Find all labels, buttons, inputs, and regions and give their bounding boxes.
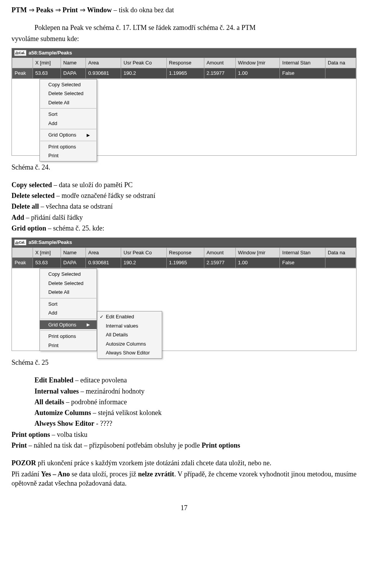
- submenu-autosize-columns[interactable]: Autosize Columns: [97, 339, 162, 349]
- cell: 2.15977: [204, 258, 235, 268]
- menu-copy-selected[interactable]: Copy Selected: [40, 270, 97, 279]
- menu-grid-options[interactable]: Grid Options▶: [40, 320, 97, 329]
- menu-delete-selected[interactable]: Delete Selected: [40, 279, 97, 288]
- col-area[interactable]: Area: [86, 247, 121, 258]
- menu-divider: [40, 108, 96, 109]
- context-menu: Copy Selected Delete Selected Delete All…: [39, 79, 97, 161]
- page-number: 17: [12, 503, 356, 512]
- menu-sort[interactable]: Sort: [40, 300, 97, 309]
- menu-delete-all[interactable]: Delete All: [40, 98, 97, 107]
- submenu-all-details[interactable]: All Details: [97, 330, 162, 339]
- menu-copy-selected[interactable]: Copy Selected: [40, 80, 97, 89]
- col-amount[interactable]: Amount: [204, 247, 235, 258]
- cell: Peak: [12, 258, 33, 268]
- col-internal[interactable]: Internal Stan: [280, 58, 325, 68]
- context-menu-area: Copy Selected Delete Selected Delete All…: [12, 268, 356, 351]
- col-xmin[interactable]: X [min]: [33, 58, 61, 68]
- col-window[interactable]: Window [mir: [235, 247, 280, 258]
- menu-divider: [40, 298, 96, 298]
- menu-divider: [40, 129, 96, 129]
- screenshot-24: Cal. a58:Sample/Peaks X [min] Name Area …: [12, 48, 356, 156]
- window-title: a58:Sample/Peaks: [29, 239, 72, 246]
- col-blank[interactable]: [12, 58, 33, 68]
- col-response[interactable]: Response: [166, 58, 204, 68]
- menu-divider: [40, 330, 96, 331]
- caption-25: Schéma č. 25: [12, 358, 356, 367]
- line-2a: Poklepen na Peak ve schéma č. 17. LTM se…: [12, 23, 356, 32]
- screenshot-25: Cal. a58:Sample/Peaks X [min] Name Area …: [12, 237, 356, 351]
- cell: 190.2: [121, 258, 167, 268]
- def2-automize: Automize Columns – stejná velikost kolon…: [12, 408, 356, 417]
- def2-internal: Internal values – mezinárodní hodnoty: [12, 387, 356, 396]
- cell: 53.63: [33, 68, 61, 78]
- cal-icon: Cal.: [14, 50, 26, 56]
- cell: False: [280, 258, 325, 268]
- menu-divider: [40, 141, 96, 141]
- def-grid: Grid option – schéma č. 25. kde:: [12, 224, 356, 233]
- col-xmin[interactable]: X [min]: [33, 247, 61, 258]
- def-add: Add – přidání další řádky: [12, 213, 356, 222]
- cell: 1.00: [235, 258, 280, 268]
- submenu-internal-values[interactable]: Internal values: [97, 321, 162, 331]
- menu-print[interactable]: Print: [40, 151, 97, 160]
- submenu-always-show-editor[interactable]: Always Show Editor: [97, 348, 162, 357]
- submenu-edit-enabled[interactable]: Edit Enabled: [97, 312, 162, 321]
- cell: [325, 68, 356, 78]
- col-window[interactable]: Window [mir: [235, 58, 280, 68]
- cell: Peak: [12, 68, 33, 78]
- warn-1: POZOR při ukončení práce s každým vzorke…: [12, 458, 356, 468]
- menu-add[interactable]: Add: [40, 308, 97, 318]
- col-area[interactable]: Area: [86, 58, 121, 68]
- menu-print-options[interactable]: Print options: [40, 332, 97, 341]
- line-2b: vyvoláme submenu kde:: [12, 34, 356, 43]
- cell: 0.930681: [86, 258, 121, 268]
- window-title: a58:Sample/Peaks: [29, 49, 72, 56]
- caption-24: Schéma č. 24.: [12, 163, 356, 172]
- line-1: PTM ⇒ Peaks ⇒ Print ⇒ Window – tisk do o…: [12, 5, 356, 15]
- col-datana[interactable]: Data na: [325, 58, 356, 68]
- col-amount[interactable]: Amount: [204, 58, 235, 68]
- peaks-table: X [min] Name Area Usr Peak Co Response A…: [12, 58, 356, 78]
- peaks-table: X [min] Name Area Usr Peak Co Response A…: [12, 247, 356, 268]
- menu-grid-options[interactable]: Grid Options▶: [40, 130, 97, 140]
- def-delete-selected: Delete selected – modře označené řádky s…: [12, 191, 356, 200]
- cell: 0.930681: [86, 68, 121, 78]
- menu-delete-selected[interactable]: Delete Selected: [40, 89, 97, 98]
- cell: [325, 258, 356, 268]
- window-titlebar: Cal. a58:Sample/Peaks: [12, 238, 356, 247]
- table-row[interactable]: Peak 53.63 DAPA 0.930681 190.2 1.19965 2…: [12, 258, 356, 268]
- menu-print-options[interactable]: Print options: [40, 142, 97, 152]
- col-name[interactable]: Name: [61, 247, 86, 258]
- col-internal[interactable]: Internal Stan: [280, 247, 325, 258]
- menu-print[interactable]: Print: [40, 341, 97, 350]
- cell: 1.19965: [166, 258, 204, 268]
- grid-options-submenu: Edit Enabled Internal values All Details…: [97, 311, 162, 359]
- def2-details: All details – podrobné informace: [12, 397, 356, 407]
- table-row[interactable]: Peak 53.63 DAPA 0.930681 190.2 1.19965 2…: [12, 68, 356, 78]
- cell: 1.19965: [166, 68, 204, 78]
- menu-add[interactable]: Add: [40, 119, 97, 128]
- col-usrpeak[interactable]: Usr Peak Co: [121, 247, 167, 258]
- cal-icon: Cal.: [14, 239, 26, 245]
- def2-always: Alweys Show Editor - ????: [12, 419, 356, 428]
- def-delete-all: Delete all – všechna data se odstraní: [12, 202, 356, 211]
- col-usrpeak[interactable]: Usr Peak Co: [121, 58, 167, 68]
- warn-2: Při zadání Yes – Ano se data uloží, proc…: [12, 469, 356, 488]
- cell: 53.63: [33, 258, 61, 268]
- menu-divider: [40, 319, 96, 319]
- cell: DAPA: [61, 258, 86, 268]
- cell: False: [280, 68, 325, 78]
- submenu-arrow-icon: ▶: [87, 322, 90, 328]
- menu-sort[interactable]: Sort: [40, 110, 97, 119]
- col-datana[interactable]: Data na: [325, 247, 356, 258]
- col-response[interactable]: Response: [166, 247, 204, 258]
- cell: 190.2: [121, 68, 167, 78]
- col-name[interactable]: Name: [61, 58, 86, 68]
- col-blank[interactable]: [12, 247, 33, 258]
- submenu-arrow-icon: ▶: [87, 132, 90, 138]
- def-printopt: Print options – volba tisku: [12, 430, 356, 439]
- window-titlebar: Cal. a58:Sample/Peaks: [12, 48, 356, 58]
- menu-delete-all[interactable]: Delete All: [40, 288, 97, 297]
- def2-edit: Edit Enabled – editace povolena: [12, 376, 356, 385]
- context-menu: Copy Selected Delete Selected Delete All…: [39, 268, 97, 351]
